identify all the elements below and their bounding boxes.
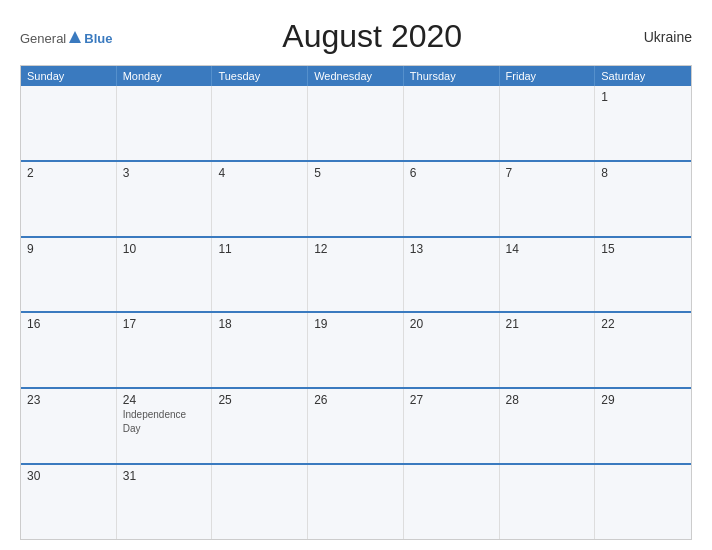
day-number: 12 <box>314 242 397 256</box>
day-number: 24 <box>123 393 206 407</box>
day-cell: 7 <box>500 162 596 236</box>
day-cell: 11 <box>212 238 308 312</box>
page-title: August 2020 <box>112 18 632 55</box>
day-number: 5 <box>314 166 397 180</box>
week-row-2: 9101112131415 <box>21 236 691 312</box>
day-number: 8 <box>601 166 685 180</box>
day-cell: 23 <box>21 389 117 463</box>
day-header-friday: Friday <box>500 66 596 86</box>
day-number: 4 <box>218 166 301 180</box>
day-number: 17 <box>123 317 206 331</box>
day-cell <box>404 465 500 539</box>
day-cell <box>404 86 500 160</box>
day-header-wednesday: Wednesday <box>308 66 404 86</box>
day-number: 28 <box>506 393 589 407</box>
day-cell: 8 <box>595 162 691 236</box>
day-number: 16 <box>27 317 110 331</box>
day-cell: 1 <box>595 86 691 160</box>
day-header-saturday: Saturday <box>595 66 691 86</box>
day-cell: 30 <box>21 465 117 539</box>
day-number: 11 <box>218 242 301 256</box>
day-cell: 15 <box>595 238 691 312</box>
day-number: 22 <box>601 317 685 331</box>
day-cell: 25 <box>212 389 308 463</box>
day-number: 25 <box>218 393 301 407</box>
logo: General Blue <box>20 29 112 45</box>
day-cell: 2 <box>21 162 117 236</box>
day-cell: 27 <box>404 389 500 463</box>
day-number: 1 <box>601 90 685 104</box>
header: General Blue August 2020 Ukraine <box>20 18 692 55</box>
day-cell: 10 <box>117 238 213 312</box>
day-cell <box>500 86 596 160</box>
day-cell: 21 <box>500 313 596 387</box>
day-header-monday: Monday <box>117 66 213 86</box>
day-number: 2 <box>27 166 110 180</box>
day-number: 31 <box>123 469 206 483</box>
day-number: 7 <box>506 166 589 180</box>
day-number: 18 <box>218 317 301 331</box>
day-cell <box>21 86 117 160</box>
country-label: Ukraine <box>632 29 692 45</box>
day-cell <box>308 465 404 539</box>
day-headers-row: SundayMondayTuesdayWednesdayThursdayFrid… <box>21 66 691 86</box>
logo-blue-text: Blue <box>84 32 112 45</box>
day-number: 14 <box>506 242 589 256</box>
calendar-page: General Blue August 2020 Ukraine SundayM… <box>0 0 712 550</box>
day-number: 10 <box>123 242 206 256</box>
day-cell: 29 <box>595 389 691 463</box>
day-number: 15 <box>601 242 685 256</box>
day-number: 19 <box>314 317 397 331</box>
day-cell: 17 <box>117 313 213 387</box>
week-row-5: 3031 <box>21 463 691 539</box>
day-cell: 9 <box>21 238 117 312</box>
week-row-0: 1 <box>21 86 691 160</box>
day-number: 21 <box>506 317 589 331</box>
day-cell: 31 <box>117 465 213 539</box>
day-cell: 13 <box>404 238 500 312</box>
logo-general-text: General <box>20 32 66 45</box>
weeks-container: 123456789101112131415161718192021222324I… <box>21 86 691 539</box>
day-cell: 6 <box>404 162 500 236</box>
day-cell: 14 <box>500 238 596 312</box>
calendar-grid: SundayMondayTuesdayWednesdayThursdayFrid… <box>20 65 692 540</box>
day-cell: 4 <box>212 162 308 236</box>
day-cell: 5 <box>308 162 404 236</box>
week-row-4: 2324Independence Day2526272829 <box>21 387 691 463</box>
logo-icon <box>67 29 83 45</box>
day-number: 20 <box>410 317 493 331</box>
day-header-thursday: Thursday <box>404 66 500 86</box>
day-number: 30 <box>27 469 110 483</box>
day-number: 27 <box>410 393 493 407</box>
day-cell: 26 <box>308 389 404 463</box>
day-cell <box>500 465 596 539</box>
day-cell: 22 <box>595 313 691 387</box>
week-row-3: 16171819202122 <box>21 311 691 387</box>
day-header-sunday: Sunday <box>21 66 117 86</box>
day-number: 23 <box>27 393 110 407</box>
day-number: 6 <box>410 166 493 180</box>
day-number: 13 <box>410 242 493 256</box>
week-row-1: 2345678 <box>21 160 691 236</box>
day-cell: 20 <box>404 313 500 387</box>
day-cell <box>212 86 308 160</box>
day-cell: 28 <box>500 389 596 463</box>
svg-marker-0 <box>69 31 81 43</box>
day-cell <box>117 86 213 160</box>
day-cell <box>212 465 308 539</box>
day-cell: 12 <box>308 238 404 312</box>
day-cell: 24Independence Day <box>117 389 213 463</box>
day-header-tuesday: Tuesday <box>212 66 308 86</box>
day-cell <box>308 86 404 160</box>
day-cell <box>595 465 691 539</box>
day-number: 26 <box>314 393 397 407</box>
day-number: 3 <box>123 166 206 180</box>
day-cell: 16 <box>21 313 117 387</box>
day-number: 9 <box>27 242 110 256</box>
day-event: Independence Day <box>123 409 186 434</box>
day-number: 29 <box>601 393 685 407</box>
day-cell: 18 <box>212 313 308 387</box>
day-cell: 19 <box>308 313 404 387</box>
day-cell: 3 <box>117 162 213 236</box>
